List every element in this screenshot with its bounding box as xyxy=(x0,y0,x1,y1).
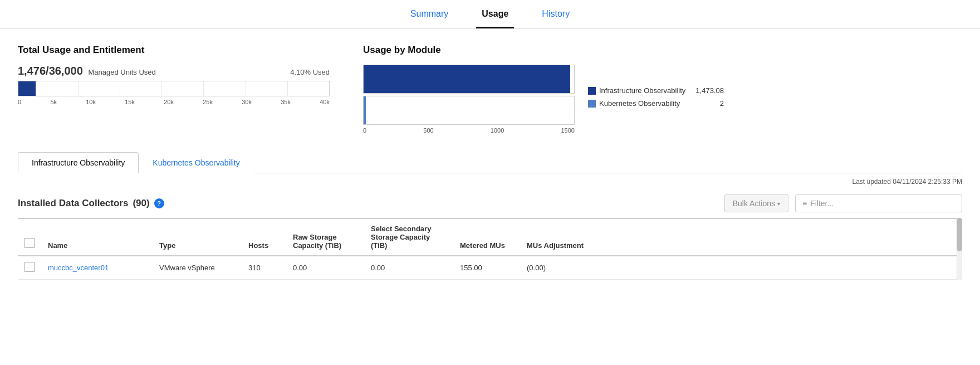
tab-bar: Infrastructure Observability Kubernetes … xyxy=(18,152,962,173)
two-col-section: Total Usage and Entitlement 1,476/36,000… xyxy=(18,45,962,134)
legend-label-k8s: Kubernetes Observability xyxy=(599,99,710,108)
usage-numerator: 1,476 xyxy=(18,65,46,77)
axis-10k: 10k xyxy=(86,99,96,105)
tab-summary[interactable]: Summary xyxy=(405,1,454,28)
bar-empty-4 xyxy=(162,81,204,96)
axis-25k: 25k xyxy=(203,99,213,105)
module-axis-1500: 1500 xyxy=(561,127,574,134)
collectors-title: Installed Data Collectors (90) ? xyxy=(18,198,164,209)
axis-40k: 40k xyxy=(320,99,330,105)
tab-infra-observability[interactable]: Infrastructure Observability xyxy=(18,152,139,173)
bar-empty-3 xyxy=(120,81,162,96)
bulk-actions-button[interactable]: Bulk Actions ▾ xyxy=(724,194,788,212)
bar-filled-segment xyxy=(18,81,36,96)
row-hosts-cell: 310 xyxy=(242,256,286,280)
legend-value-k8s: 2 xyxy=(720,99,724,108)
tab-k8s-observability[interactable]: Kubernetes Observability xyxy=(139,152,253,173)
collectors-title-text: Installed Data Collectors xyxy=(18,198,128,209)
module-chart-area: 0 500 1000 1500 Infrastructure Observabi… xyxy=(363,65,962,134)
module-axis: 0 500 1000 1500 xyxy=(363,127,575,134)
axis-35k: 35k xyxy=(281,99,291,105)
module-bar-k8s-fill xyxy=(364,96,366,124)
module-bar-infra-fill xyxy=(364,65,570,93)
top-nav: Summary Usage History xyxy=(0,0,980,29)
collectors-actions: Bulk Actions ▾ ≡ Filter... xyxy=(724,194,962,212)
col-header-raw[interactable]: Raw Storage Capacity (TiB) xyxy=(286,218,364,256)
module-axis-0: 0 xyxy=(363,127,366,134)
axis-20k: 20k xyxy=(164,99,174,105)
help-icon[interactable]: ? xyxy=(154,198,164,208)
legend-color-infra xyxy=(588,87,596,95)
module-axis-1000: 1000 xyxy=(491,127,504,134)
row-adj-cell: (0.00) xyxy=(520,256,962,280)
filter-placeholder-text: Filter... xyxy=(810,199,834,208)
bar-axis: 0 5k 10k 15k 20k 25k 30k 35k 40k xyxy=(18,99,330,105)
usage-unit-label: Managed Units Used xyxy=(88,68,155,76)
row-raw-cell: 0.00 xyxy=(286,256,364,280)
bar-empty-2 xyxy=(79,81,120,96)
total-bar-track xyxy=(18,81,330,96)
col-header-hosts[interactable]: Hosts xyxy=(242,218,286,256)
last-updated-row: Last updated 04/11/2024 2:25:33 PM xyxy=(18,173,962,189)
usage-by-module-section: Usage by Module 0 500 1000 1500 xyxy=(363,45,962,134)
table-body: muccbc_vcenter01 VMware vSphere 310 0.00… xyxy=(18,256,962,280)
table-header-row: Name Type Hosts Raw Storage Capacity (Ti… xyxy=(18,218,962,256)
usage-denominator: 36,000 xyxy=(49,65,83,77)
col-header-name[interactable]: Name xyxy=(41,218,153,256)
main-content: Total Usage and Entitlement 1,476/36,000… xyxy=(0,29,980,280)
col-header-metered[interactable]: Metered MUs xyxy=(453,218,520,256)
total-usage-bar-chart: 0 5k 10k 15k 20k 25k 30k 35k 40k xyxy=(18,81,330,105)
module-bars: 0 500 1000 1500 xyxy=(363,65,575,134)
bar-empty-5 xyxy=(204,81,246,96)
module-legend: Infrastructure Observability 1,473.08 Ku… xyxy=(588,86,724,112)
bar-empty-1 xyxy=(36,81,78,96)
table-header: Name Type Hosts Raw Storage Capacity (Ti… xyxy=(18,218,962,256)
bar-empty-7 xyxy=(288,81,329,96)
total-usage-title: Total Usage and Entitlement xyxy=(18,45,330,56)
axis-15k: 15k xyxy=(125,99,135,105)
row-metered-cell: 155.00 xyxy=(453,256,520,280)
bar-empty-6 xyxy=(246,81,288,96)
bulk-actions-label: Bulk Actions xyxy=(733,199,775,208)
col-header-adj[interactable]: MUs Adjustment xyxy=(520,218,962,256)
module-bar-k8s xyxy=(363,96,575,125)
collectors-header: Installed Data Collectors (90) ? Bulk Ac… xyxy=(18,189,962,218)
total-usage-section: Total Usage and Entitlement 1,476/36,000… xyxy=(18,45,330,134)
tabs-section: Infrastructure Observability Kubernetes … xyxy=(18,152,962,173)
axis-30k: 30k xyxy=(242,99,252,105)
usage-numbers: 1,476/36,000 Managed Units Used xyxy=(18,65,156,77)
module-title: Usage by Module xyxy=(363,45,962,56)
usage-percent: 4.10% Used xyxy=(290,68,330,76)
legend-item-k8s: Kubernetes Observability 2 xyxy=(588,99,724,108)
col-header-check xyxy=(18,218,41,256)
legend-color-k8s xyxy=(588,100,596,108)
row-type-cell: VMware vSphere xyxy=(153,256,242,280)
collectors-table: Name Type Hosts Raw Storage Capacity (Ti… xyxy=(18,218,962,280)
axis-0: 0 xyxy=(18,99,21,105)
row-name-link[interactable]: muccbc_vcenter01 xyxy=(48,264,109,272)
col-header-type[interactable]: Type xyxy=(153,218,242,256)
legend-item-infra: Infrastructure Observability 1,473.08 xyxy=(588,86,724,95)
tab-usage[interactable]: Usage xyxy=(476,1,514,28)
usage-header: 1,476/36,000 Managed Units Used 4.10% Us… xyxy=(18,65,330,77)
row-checkbox[interactable] xyxy=(24,262,35,272)
module-bar-infra xyxy=(363,65,575,94)
collectors-count: (90) xyxy=(133,198,149,209)
module-axis-500: 500 xyxy=(423,127,433,134)
table-row: muccbc_vcenter01 VMware vSphere 310 0.00… xyxy=(18,256,962,280)
scrollbar-thumb[interactable] xyxy=(957,218,962,251)
header-checkbox[interactable] xyxy=(24,238,35,248)
table-wrapper: Name Type Hosts Raw Storage Capacity (Ti… xyxy=(18,218,962,280)
axis-5k: 5k xyxy=(50,99,57,105)
last-updated-text: Last updated 04/11/2024 2:25:33 PM xyxy=(852,178,963,186)
tab-history[interactable]: History xyxy=(536,1,575,28)
row-checkbox-cell xyxy=(18,256,41,280)
legend-label-infra: Infrastructure Observability xyxy=(599,86,685,95)
row-name-cell: muccbc_vcenter01 xyxy=(41,256,153,280)
filter-icon: ≡ xyxy=(802,199,807,208)
scrollbar-track[interactable] xyxy=(957,218,962,280)
legend-value-infra: 1,473.08 xyxy=(695,86,724,95)
filter-input-wrapper[interactable]: ≡ Filter... xyxy=(795,194,962,212)
col-header-secondary[interactable]: Select Secondary Storage Capacity (TiB) xyxy=(364,218,453,256)
row-secondary-cell: 0.00 xyxy=(364,256,453,280)
